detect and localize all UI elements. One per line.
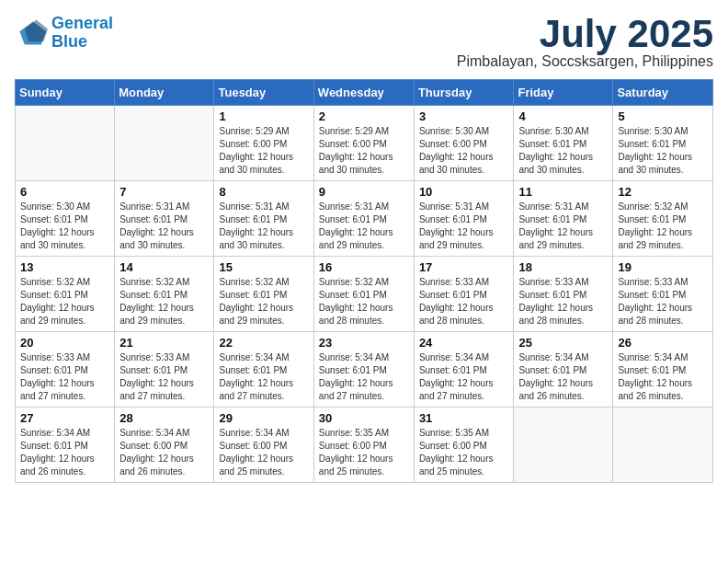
day-number: 6: [20, 185, 109, 199]
day-sun-info: Sunrise: 5:30 AM Sunset: 6:00 PM Dayligh…: [419, 125, 509, 177]
day-number: 18: [518, 260, 608, 274]
calendar-day-cell: 20Sunrise: 5:33 AM Sunset: 6:01 PM Dayli…: [16, 332, 115, 408]
day-sun-info: Sunrise: 5:31 AM Sunset: 6:01 PM Dayligh…: [319, 201, 409, 252]
day-sun-info: Sunrise: 5:34 AM Sunset: 6:00 PM Dayligh…: [219, 427, 308, 478]
day-number: 22: [219, 336, 308, 350]
calendar-day-cell: 27Sunrise: 5:34 AM Sunset: 6:01 PM Dayli…: [16, 408, 115, 483]
weekday-header: Friday: [514, 80, 613, 106]
month-year-title: July 2025: [457, 15, 713, 53]
day-number: 5: [618, 109, 708, 123]
weekday-header: Saturday: [613, 80, 713, 106]
location-subtitle: Pimbalayan, Soccsksargen, Philippines: [457, 53, 713, 70]
day-number: 15: [219, 260, 308, 274]
calendar-day-cell: 13Sunrise: 5:32 AM Sunset: 6:01 PM Dayli…: [16, 257, 115, 332]
weekday-header: Sunday: [16, 80, 115, 106]
calendar-day-cell: 25Sunrise: 5:34 AM Sunset: 6:01 PM Dayli…: [514, 332, 613, 408]
calendar-day-cell: [514, 408, 613, 483]
day-number: 19: [618, 260, 708, 274]
calendar-day-cell: 17Sunrise: 5:33 AM Sunset: 6:01 PM Dayli…: [414, 257, 514, 332]
calendar-day-cell: 24Sunrise: 5:34 AM Sunset: 6:01 PM Dayli…: [414, 332, 514, 408]
day-number: 17: [419, 260, 509, 274]
calendar-day-cell: 12Sunrise: 5:32 AM Sunset: 6:01 PM Dayli…: [613, 181, 713, 257]
day-number: 13: [20, 260, 109, 274]
calendar-week-row: 20Sunrise: 5:33 AM Sunset: 6:01 PM Dayli…: [16, 332, 713, 408]
day-sun-info: Sunrise: 5:35 AM Sunset: 6:00 PM Dayligh…: [319, 427, 409, 478]
calendar-day-cell: 4Sunrise: 5:30 AM Sunset: 6:01 PM Daylig…: [514, 106, 613, 181]
day-sun-info: Sunrise: 5:31 AM Sunset: 6:01 PM Dayligh…: [419, 201, 509, 252]
calendar-day-cell: [613, 408, 713, 483]
day-number: 16: [319, 260, 409, 274]
day-number: 2: [319, 109, 409, 123]
weekday-header: Thursday: [414, 80, 514, 106]
day-sun-info: Sunrise: 5:34 AM Sunset: 6:01 PM Dayligh…: [319, 351, 409, 403]
day-sun-info: Sunrise: 5:31 AM Sunset: 6:01 PM Dayligh…: [219, 201, 308, 252]
page-header: General Blue July 2025 Pimbalayan, Soccs…: [15, 15, 713, 70]
day-number: 7: [119, 185, 209, 199]
calendar-day-cell: 11Sunrise: 5:31 AM Sunset: 6:01 PM Dayli…: [514, 181, 613, 257]
calendar-week-row: 27Sunrise: 5:34 AM Sunset: 6:01 PM Dayli…: [16, 408, 713, 483]
day-number: 26: [618, 336, 708, 350]
calendar-day-cell: 1Sunrise: 5:29 AM Sunset: 6:00 PM Daylig…: [214, 106, 313, 181]
calendar-day-cell: 18Sunrise: 5:33 AM Sunset: 6:01 PM Dayli…: [514, 257, 613, 332]
logo: General Blue: [15, 15, 113, 52]
calendar-header-row: SundayMondayTuesdayWednesdayThursdayFrid…: [16, 80, 713, 106]
day-number: 27: [20, 411, 109, 425]
day-number: 12: [618, 185, 708, 199]
day-number: 3: [419, 109, 509, 123]
calendar-day-cell: 7Sunrise: 5:31 AM Sunset: 6:01 PM Daylig…: [115, 181, 214, 257]
calendar-day-cell: 10Sunrise: 5:31 AM Sunset: 6:01 PM Dayli…: [414, 181, 514, 257]
day-sun-info: Sunrise: 5:32 AM Sunset: 6:01 PM Dayligh…: [219, 276, 308, 327]
calendar-day-cell: 19Sunrise: 5:33 AM Sunset: 6:01 PM Dayli…: [613, 257, 713, 332]
calendar-day-cell: [115, 106, 214, 181]
day-sun-info: Sunrise: 5:31 AM Sunset: 6:01 PM Dayligh…: [119, 201, 209, 252]
day-number: 20: [20, 336, 109, 350]
day-sun-info: Sunrise: 5:32 AM Sunset: 6:01 PM Dayligh…: [20, 276, 109, 327]
weekday-header: Monday: [115, 80, 214, 106]
day-number: 1: [219, 109, 308, 123]
day-number: 23: [319, 336, 409, 350]
svg-marker-1: [25, 19, 48, 40]
calendar-week-row: 6Sunrise: 5:30 AM Sunset: 6:01 PM Daylig…: [16, 181, 713, 257]
day-sun-info: Sunrise: 5:32 AM Sunset: 6:01 PM Dayligh…: [618, 201, 708, 252]
calendar-day-cell: 22Sunrise: 5:34 AM Sunset: 6:01 PM Dayli…: [214, 332, 313, 408]
day-sun-info: Sunrise: 5:33 AM Sunset: 6:01 PM Dayligh…: [518, 276, 608, 327]
day-sun-info: Sunrise: 5:33 AM Sunset: 6:01 PM Dayligh…: [20, 351, 109, 403]
day-number: 14: [119, 260, 209, 274]
title-area: July 2025 Pimbalayan, Soccsksargen, Phil…: [457, 15, 713, 70]
day-sun-info: Sunrise: 5:34 AM Sunset: 6:01 PM Dayligh…: [518, 351, 608, 403]
day-number: 11: [518, 185, 608, 199]
day-sun-info: Sunrise: 5:34 AM Sunset: 6:01 PM Dayligh…: [219, 351, 308, 403]
calendar-day-cell: 2Sunrise: 5:29 AM Sunset: 6:00 PM Daylig…: [313, 106, 414, 181]
calendar-day-cell: 28Sunrise: 5:34 AM Sunset: 6:00 PM Dayli…: [115, 408, 214, 483]
day-number: 21: [119, 336, 209, 350]
calendar-day-cell: 9Sunrise: 5:31 AM Sunset: 6:01 PM Daylig…: [313, 181, 414, 257]
day-sun-info: Sunrise: 5:32 AM Sunset: 6:01 PM Dayligh…: [319, 276, 409, 327]
day-number: 28: [119, 411, 209, 425]
day-sun-info: Sunrise: 5:32 AM Sunset: 6:01 PM Dayligh…: [119, 276, 209, 327]
day-sun-info: Sunrise: 5:33 AM Sunset: 6:01 PM Dayligh…: [419, 276, 509, 327]
day-sun-info: Sunrise: 5:34 AM Sunset: 6:01 PM Dayligh…: [618, 351, 708, 403]
calendar-day-cell: 23Sunrise: 5:34 AM Sunset: 6:01 PM Dayli…: [313, 332, 414, 408]
day-number: 25: [518, 336, 608, 350]
calendar-day-cell: [16, 106, 115, 181]
calendar-day-cell: 21Sunrise: 5:33 AM Sunset: 6:01 PM Dayli…: [115, 332, 214, 408]
day-number: 8: [219, 185, 308, 199]
day-sun-info: Sunrise: 5:34 AM Sunset: 6:01 PM Dayligh…: [20, 427, 109, 478]
calendar-day-cell: 15Sunrise: 5:32 AM Sunset: 6:01 PM Dayli…: [214, 257, 313, 332]
logo-icon: [15, 17, 48, 50]
day-sun-info: Sunrise: 5:33 AM Sunset: 6:01 PM Dayligh…: [618, 276, 708, 327]
calendar-day-cell: 8Sunrise: 5:31 AM Sunset: 6:01 PM Daylig…: [214, 181, 313, 257]
calendar-day-cell: 16Sunrise: 5:32 AM Sunset: 6:01 PM Dayli…: [313, 257, 414, 332]
calendar-day-cell: 29Sunrise: 5:34 AM Sunset: 6:00 PM Dayli…: [214, 408, 313, 483]
calendar-day-cell: 3Sunrise: 5:30 AM Sunset: 6:00 PM Daylig…: [414, 106, 514, 181]
day-sun-info: Sunrise: 5:30 AM Sunset: 6:01 PM Dayligh…: [518, 125, 608, 177]
day-number: 4: [518, 109, 608, 123]
day-number: 9: [319, 185, 409, 199]
calendar-day-cell: 26Sunrise: 5:34 AM Sunset: 6:01 PM Dayli…: [613, 332, 713, 408]
calendar-week-row: 1Sunrise: 5:29 AM Sunset: 6:00 PM Daylig…: [16, 106, 713, 181]
weekday-header: Wednesday: [313, 80, 414, 106]
day-sun-info: Sunrise: 5:29 AM Sunset: 6:00 PM Dayligh…: [319, 125, 409, 177]
logo-text: General Blue: [51, 15, 113, 52]
day-sun-info: Sunrise: 5:34 AM Sunset: 6:00 PM Dayligh…: [119, 427, 209, 478]
calendar-day-cell: 6Sunrise: 5:30 AM Sunset: 6:01 PM Daylig…: [16, 181, 115, 257]
